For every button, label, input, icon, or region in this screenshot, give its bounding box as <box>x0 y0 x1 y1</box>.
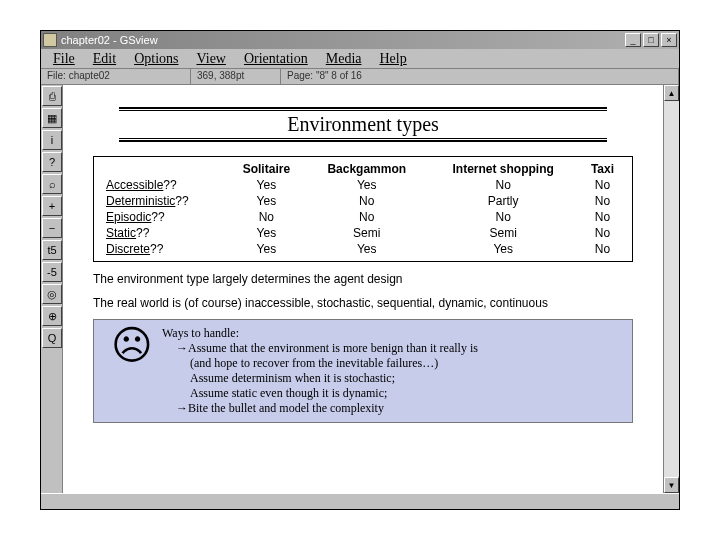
paragraph-2: The real world is (of course) inaccessib… <box>93 296 633 312</box>
table-row: Static??YesSemiSemiNo <box>100 225 626 241</box>
table-row: Discrete??YesYesYesNo <box>100 241 626 257</box>
slide-title: Environment types <box>119 110 607 139</box>
window-title: chapter02 - GSview <box>61 34 158 46</box>
tool-target-icon[interactable]: ◎ <box>42 284 62 304</box>
app-window: chapter02 - GSview _ □ × File Edit Optio… <box>40 30 680 510</box>
scroll-down-icon[interactable]: ▼ <box>664 477 679 493</box>
menu-options[interactable]: Options <box>126 49 186 69</box>
table-header-row: Solitaire Backgammon Internet shopping T… <box>100 161 626 177</box>
menu-orientation[interactable]: Orientation <box>236 49 316 69</box>
info-coords: 369, 388pt <box>191 69 281 84</box>
env-table: Solitaire Backgammon Internet shopping T… <box>93 156 633 262</box>
tool-next5-icon[interactable]: t5 <box>42 240 62 260</box>
document-page: Environment types Solitaire Backgammon I… <box>63 85 663 493</box>
tool-help-icon[interactable]: ? <box>42 152 62 172</box>
note-box: ☹ Ways to handle: →Assume that the envir… <box>93 319 633 423</box>
tool-q-icon[interactable]: Q <box>42 328 62 348</box>
infobar: File: chapte02 369, 388pt Page: "8" 8 of… <box>41 69 679 85</box>
col-taxi: Taxi <box>579 161 626 177</box>
sad-face-icon: ☹ <box>102 326 162 416</box>
scroll-up-icon[interactable]: ▲ <box>664 85 679 101</box>
paragraph-1: The environment type largely determines … <box>93 272 633 288</box>
tool-grid-icon[interactable]: ▦ <box>42 108 62 128</box>
menu-file[interactable]: File <box>45 49 83 69</box>
menubar: File Edit Options View Orientation Media… <box>41 49 679 69</box>
tool-search-icon[interactable]: ⌕ <box>42 174 62 194</box>
tool-prev5-icon[interactable]: -5 <box>42 262 62 282</box>
table-row: Accessible??YesYesNoNo <box>100 177 626 193</box>
tool-add-icon[interactable]: ⊕ <box>42 306 62 326</box>
info-page: Page: "8" 8 of 16 <box>281 69 679 84</box>
maximize-button[interactable]: □ <box>643 33 659 47</box>
note-line: (and hope to recover from the inevitable… <box>162 356 624 371</box>
vertical-scrollbar[interactable]: ▲ ▼ <box>663 85 679 493</box>
app-icon <box>43 33 57 47</box>
slide-title-frame: Environment types <box>119 107 607 142</box>
col-internet: Internet shopping <box>427 161 579 177</box>
minimize-button[interactable]: _ <box>625 33 641 47</box>
note-line: Assume determinism when it is stochastic… <box>162 371 624 386</box>
info-file: File: chapte02 <box>41 69 191 84</box>
tool-zoomout-icon[interactable]: − <box>42 218 62 238</box>
note-line: Assume static even though it is dynamic; <box>162 386 624 401</box>
menu-media[interactable]: Media <box>318 49 370 69</box>
note-line: →Bite the bullet and model the complexit… <box>162 401 624 416</box>
menu-edit[interactable]: Edit <box>85 49 124 69</box>
toolbar: ⎙ ▦ i ? ⌕ + − t5 -5 ◎ ⊕ Q <box>41 85 63 493</box>
tool-print-icon[interactable]: ⎙ <box>42 86 62 106</box>
menu-help[interactable]: Help <box>371 49 414 69</box>
col-backgammon: Backgammon <box>306 161 427 177</box>
col-solitaire: Solitaire <box>227 161 306 177</box>
note-heading: Ways to handle: <box>162 326 624 341</box>
scroll-track[interactable] <box>664 101 679 477</box>
note-line: →Assume that the environment is more ben… <box>162 341 624 356</box>
statusbar <box>41 493 679 509</box>
menu-view[interactable]: View <box>188 49 233 69</box>
tool-info-icon[interactable]: i <box>42 130 62 150</box>
table-row: Episodic??NoNoNoNo <box>100 209 626 225</box>
tool-zoomin-icon[interactable]: + <box>42 196 62 216</box>
titlebar[interactable]: chapter02 - GSview _ □ × <box>41 31 679 49</box>
close-button[interactable]: × <box>661 33 677 47</box>
table-row: Deterministic??YesNoPartlyNo <box>100 193 626 209</box>
